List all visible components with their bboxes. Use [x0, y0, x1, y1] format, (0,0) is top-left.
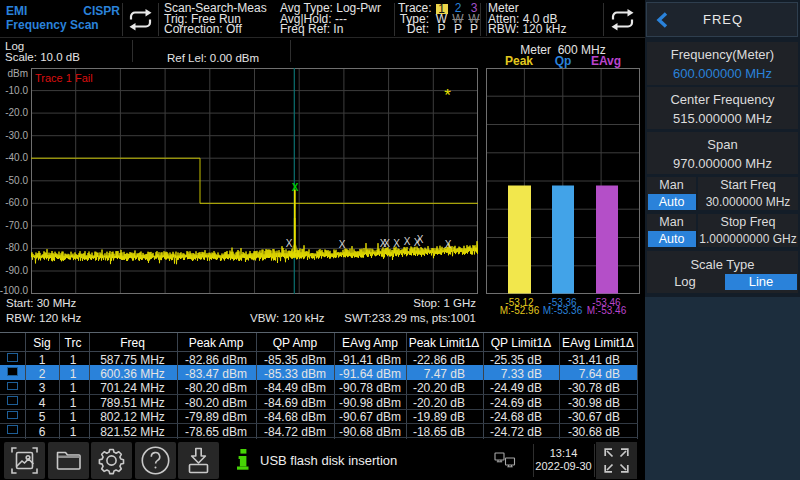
svg-text:X: X	[404, 236, 411, 247]
svg-text:X: X	[339, 239, 346, 250]
svg-text:X: X	[393, 238, 400, 249]
svg-text:X: X	[445, 239, 452, 250]
svg-text:*: *	[444, 86, 451, 105]
svg-text:X: X	[417, 234, 424, 245]
svg-text:X: X	[292, 182, 299, 193]
svg-text:X: X	[286, 238, 293, 249]
svg-text:X: X	[383, 238, 390, 249]
